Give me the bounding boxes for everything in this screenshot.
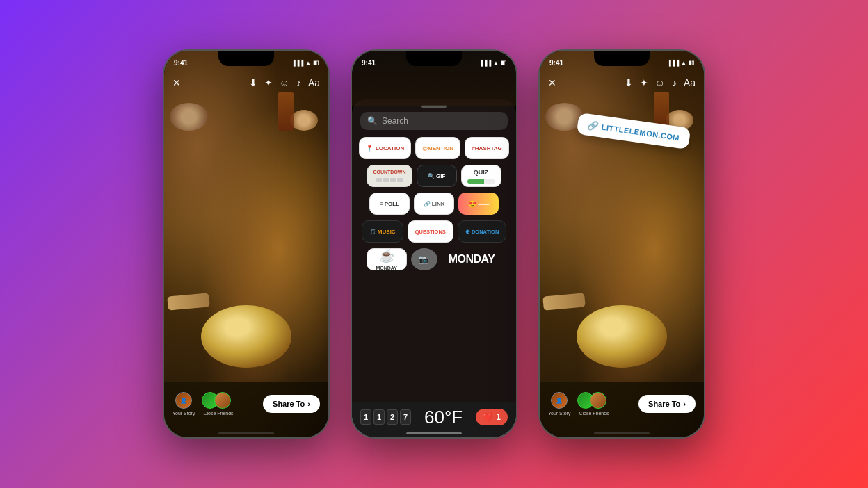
effects-icon[interactable]: ✦: [640, 77, 648, 88]
status-time: 9:41: [362, 59, 376, 67]
search-bar[interactable]: 🔍 Search: [360, 112, 508, 130]
food-background: [540, 51, 704, 437]
glass: [278, 92, 294, 131]
battery-icon: ▮▯: [689, 60, 694, 66]
wifi-icon: ▲: [305, 60, 311, 66]
heart-icon: ❤️: [483, 412, 493, 422]
countdown-display: 1 1 2 7: [360, 409, 411, 425]
digit-2: 1: [373, 409, 385, 425]
questions-sticker[interactable]: QUESTIONS: [408, 220, 453, 243]
link-sticker-item[interactable]: 🔗 LINK: [414, 193, 454, 215]
digit-1: 1: [360, 409, 371, 425]
search-placeholder: Search: [382, 116, 408, 126]
hashtag-sticker[interactable]: #HASHTAG: [465, 137, 509, 159]
text-icon[interactable]: Aa: [684, 77, 696, 88]
notch: [594, 51, 650, 66]
bowl-top-right: [290, 110, 318, 131]
emoji-slider-sticker[interactable]: 😍 ——: [458, 193, 499, 215]
signal-icon: ▐▐▐: [667, 60, 679, 66]
sticker-row-1: 📍LOCATION @MENTION #HASHTAG: [359, 137, 509, 159]
close-icon[interactable]: ✕: [548, 77, 556, 88]
sticker-panel: 🔍 Search 📍LOCATION @MENTION #HASHTAG: [352, 99, 516, 437]
text-icon[interactable]: Aa: [308, 77, 320, 88]
sticker-row-2: COUNTDOWN 🔍 GIF QUIZ: [359, 165, 509, 187]
bowl-main: [577, 305, 667, 368]
coffee-sticker[interactable]: ☕ MONDAY: [367, 248, 407, 270]
temperature-display: 60°F: [424, 407, 463, 428]
download-icon[interactable]: ⬇: [249, 77, 257, 88]
your-story-label: Your Story: [548, 411, 570, 416]
close-friends-label: Close Friends: [579, 411, 609, 416]
like-count: 1: [496, 412, 501, 422]
notch: [218, 51, 274, 66]
countdown-sticker[interactable]: COUNTDOWN: [367, 165, 412, 187]
your-story-option[interactable]: 👤 Your Story: [172, 392, 195, 416]
friend-avatar-2: [590, 392, 606, 409]
sticker-icon[interactable]: ☺: [280, 77, 289, 88]
share-to-button[interactable]: Share To ›: [638, 395, 696, 413]
status-icons: ▐▐▐ ▲ ▮▯: [667, 60, 694, 66]
bowl-small: [170, 103, 208, 131]
close-friends-option[interactable]: Close Friends: [203, 392, 233, 416]
music-icon[interactable]: ♪: [296, 77, 301, 88]
signal-icon: ▐▐▐: [479, 60, 491, 66]
wifi-icon: ▲: [493, 60, 499, 66]
your-story-avatar: 👤: [551, 392, 568, 409]
sticker-icon[interactable]: ☺: [655, 77, 665, 88]
like-badge[interactable]: ❤️ 1: [476, 409, 508, 425]
wifi-icon: ▲: [681, 60, 686, 66]
story-options: 👤 Your Story Close Friends: [548, 392, 609, 416]
download-icon[interactable]: ⬇: [625, 77, 633, 88]
sticker-row-5: ☕ MONDAY 📷 MONDAY: [359, 248, 509, 270]
sticker-grid: 📍LOCATION @MENTION #HASHTAG COUNTDOWN: [352, 137, 516, 270]
music-sticker[interactable]: 🎵 MUSIC: [362, 220, 403, 243]
food-background: [164, 51, 328, 437]
donation-sticker[interactable]: ⊕ DONATION: [458, 220, 507, 243]
battery-icon: ▮▯: [313, 60, 319, 66]
bottom-bar: 👤 Your Story Close Friends Share To ›: [164, 382, 328, 437]
battery-icon: ▮▯: [501, 60, 506, 66]
status-icons: ▐▐▐ ▲ ▮▯: [479, 60, 506, 66]
your-story-label: Your Story: [172, 411, 195, 416]
notch: [406, 51, 462, 66]
close-friends-avatars: [581, 392, 606, 409]
bowl-main: [201, 305, 291, 368]
status-time: 9:41: [549, 59, 563, 67]
friend-avatar-2: [214, 392, 231, 409]
mention-sticker[interactable]: @MENTION: [415, 137, 460, 159]
your-story-option[interactable]: 👤 Your Story: [548, 392, 570, 416]
close-friends-option[interactable]: Close Friends: [579, 392, 609, 416]
your-story-avatar: 👤: [175, 392, 192, 409]
link-icon: 🔗: [587, 120, 600, 131]
phone-left: 9:41 ▐▐▐ ▲ ▮▯ ✕ ⬇ ✦ ☺ ♪ Aa 👤 Your: [163, 49, 330, 439]
music-icon[interactable]: ♪: [672, 77, 677, 88]
home-indicator: [406, 432, 462, 434]
search-icon: 🔍: [367, 116, 378, 126]
gif-sticker[interactable]: 🔍 GIF: [417, 165, 457, 187]
close-friends-label: Close Friends: [203, 411, 233, 416]
sticker-row-3: ≡ POLL 🔗 LINK 😍 ——: [359, 193, 509, 215]
story-options: 👤 Your Story Close Friends: [172, 392, 234, 416]
poll-sticker[interactable]: ≡ POLL: [369, 193, 410, 215]
close-icon[interactable]: ✕: [172, 77, 181, 88]
status-icons: ▐▐▐ ▲ ▮▯: [291, 60, 319, 66]
phone-middle: 9:41 ▐▐▐ ▲ ▮▯ 🔍 Search 📍LOCATION: [351, 49, 517, 439]
digit-3: 2: [387, 409, 398, 425]
link-text: LITTLELEMON.COM: [601, 122, 680, 142]
effects-icon[interactable]: ✦: [264, 77, 273, 88]
signal-icon: ▐▐▐: [291, 60, 303, 66]
digit-4: 7: [400, 409, 411, 425]
toolbar: ✕ ⬇ ✦ ☺ ♪ Aa: [164, 70, 328, 95]
quiz-sticker[interactable]: QUIZ: [461, 165, 501, 187]
chevron-right-icon: ›: [683, 400, 686, 408]
sticker-row-4: 🎵 MUSIC QUESTIONS ⊕ DONATION: [359, 220, 509, 243]
toolbar: ✕ ⬇ ✦ ☺ ♪ Aa: [540, 70, 704, 95]
close-friends-avatars: [206, 392, 231, 409]
location-sticker[interactable]: 📍LOCATION: [359, 137, 411, 159]
monday-text-sticker[interactable]: MONDAY: [442, 248, 502, 270]
camera-sticker[interactable]: 📷: [411, 248, 437, 270]
status-time: 9:41: [174, 59, 188, 67]
phone-right: 🔗 LITTLELEMON.COM 9:41 ▐▐▐ ▲ ▮▯ ✕ ⬇ ✦ ☺ …: [538, 49, 705, 439]
share-to-button[interactable]: Share To ›: [263, 395, 320, 413]
bottom-bar: 👤 Your Story Close Friends Share To ›: [540, 382, 704, 437]
